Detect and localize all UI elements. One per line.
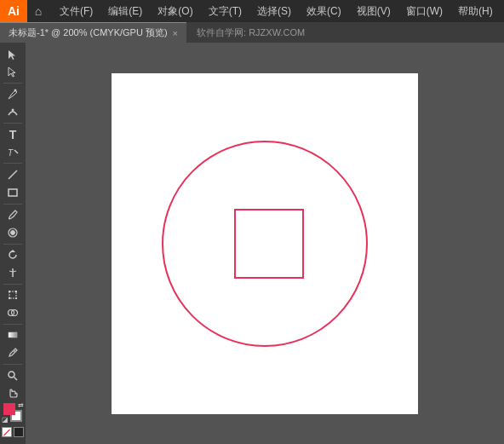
pen-tool-button[interactable] <box>2 86 24 103</box>
fill-stroke-selector[interactable]: ⇄ ◪ <box>3 403 22 422</box>
rectangle-tool-button[interactable] <box>2 184 24 201</box>
touch-type-tool-button[interactable]: T <box>2 144 24 161</box>
menu-window[interactable]: 窗口(W) <box>399 0 450 22</box>
hand-tool-button[interactable] <box>2 384 24 401</box>
curvature-tool-button[interactable] <box>2 104 24 121</box>
svg-point-3 <box>12 108 14 111</box>
divider-8 <box>3 364 22 365</box>
menu-select[interactable]: 选择(S) <box>250 0 298 22</box>
home-button[interactable]: ⌂ <box>27 0 49 22</box>
divider-7 <box>3 324 22 325</box>
menu-file[interactable]: 文件(F) <box>53 0 100 22</box>
canvas <box>112 73 418 414</box>
canvas-area <box>26 43 504 444</box>
rectangle-shape <box>235 210 303 278</box>
svg-line-20 <box>14 377 18 380</box>
menu-effect[interactable]: 效果(C) <box>300 0 348 22</box>
svg-rect-14 <box>15 297 17 299</box>
divider-5 <box>3 244 22 245</box>
swap-colors-icon[interactable]: ⇄ <box>18 401 24 409</box>
divider-1 <box>3 83 22 84</box>
divider-3 <box>3 163 22 164</box>
paintbrush-tool-button[interactable] <box>2 206 24 223</box>
direct-selection-tool-button[interactable] <box>2 64 24 81</box>
gradient-tool-button[interactable] <box>2 327 24 344</box>
active-tab[interactable]: 未标题-1* @ 200% (CMYK/GPU 预览) × <box>0 22 186 43</box>
menu-bar: 文件(F) 编辑(E) 对象(O) 文字(T) 选择(S) 效果(C) 视图(V… <box>49 0 503 22</box>
line-segment-tool-button[interactable] <box>2 166 24 183</box>
tab-label: 未标题-1* @ 200% (CMYK/GPU 预览) <box>9 26 168 39</box>
fill-box[interactable] <box>3 403 15 415</box>
tab-extra-info: 软件自学网: RJZXW.COM <box>186 26 315 39</box>
svg-rect-6 <box>9 189 17 196</box>
svg-marker-8 <box>10 250 15 252</box>
rotate-tool-button[interactable] <box>2 246 24 263</box>
svg-text:T: T <box>8 148 14 158</box>
menu-type[interactable]: 文字(T) <box>202 0 249 22</box>
left-toolbar: T T <box>0 43 26 444</box>
eyedropper-tool-button[interactable] <box>2 344 24 361</box>
canvas-svg <box>112 73 418 414</box>
svg-point-19 <box>9 372 14 378</box>
svg-rect-11 <box>9 291 10 292</box>
shape-builder-tool-button[interactable] <box>2 304 24 321</box>
svg-rect-10 <box>9 291 16 298</box>
tab-bar: 未标题-1* @ 200% (CMYK/GPU 预览) × 软件自学网: RJZ… <box>0 22 504 43</box>
svg-marker-1 <box>9 67 15 77</box>
divider-6 <box>3 284 22 285</box>
screen-icon[interactable] <box>14 427 24 437</box>
main-area: T T <box>0 43 504 444</box>
tab-close-button[interactable]: × <box>173 28 178 38</box>
circle-shape <box>163 141 367 346</box>
default-colors-icon[interactable]: ◪ <box>2 416 9 424</box>
menu-help[interactable]: 帮助(H) <box>451 0 500 22</box>
svg-rect-13 <box>9 297 10 299</box>
blob-brush-tool-button[interactable] <box>2 224 24 241</box>
divider-2 <box>3 123 22 124</box>
menu-object[interactable]: 对象(O) <box>151 0 199 22</box>
width-tool-button[interactable] <box>2 264 24 281</box>
ai-logo: Ai <box>0 0 27 22</box>
svg-marker-0 <box>9 50 15 60</box>
none-fill-icon[interactable] <box>2 427 12 437</box>
svg-point-2 <box>14 89 17 91</box>
menu-view[interactable]: 视图(V) <box>350 0 398 22</box>
zoom-tool-button[interactable] <box>2 367 24 384</box>
menu-edit[interactable]: 编辑(E) <box>101 0 149 22</box>
selection-tool-button[interactable] <box>2 46 24 63</box>
color-indicators: ⇄ ◪ <box>2 403 24 444</box>
svg-line-5 <box>9 170 17 179</box>
svg-rect-17 <box>9 332 17 337</box>
free-transform-tool-button[interactable] <box>2 287 24 304</box>
title-bar: Ai ⌂ 文件(F) 编辑(E) 对象(O) 文字(T) 选择(S) 效果(C)… <box>0 0 504 22</box>
svg-rect-12 <box>15 291 17 292</box>
divider-4 <box>3 204 22 205</box>
type-tool-button[interactable]: T <box>2 126 24 143</box>
